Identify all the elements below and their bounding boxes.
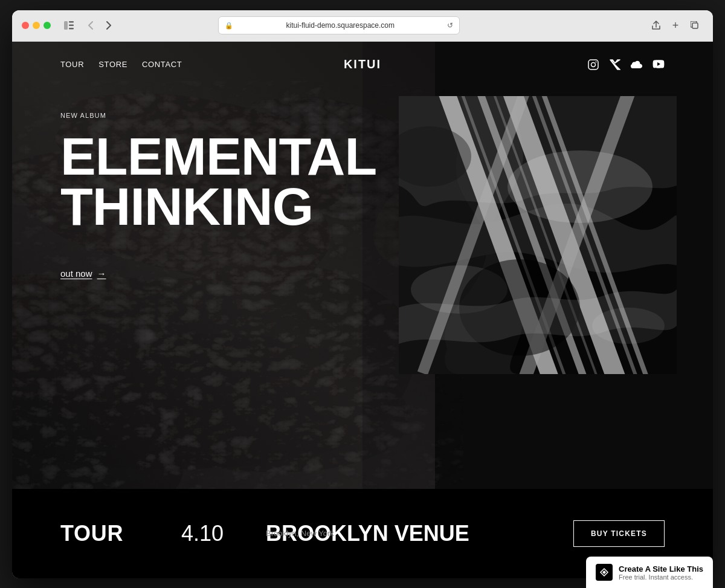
back-button[interactable] [82, 17, 99, 34]
main-nav: TOUR STORE CONTACT KITUI [12, 42, 713, 88]
nav-contact-link[interactable]: CONTACT [142, 60, 182, 69]
browser-chrome: 🔒 kitui-fluid-demo.squarespace.com ↺ + [12, 10, 713, 42]
out-now-text: out now [60, 268, 92, 279]
twitter-icon[interactable] [609, 59, 621, 71]
close-button[interactable] [22, 22, 29, 29]
tour-info: BROOKLYN VENUE Brooklyn, New York [266, 521, 573, 546]
album-cover-art [399, 96, 677, 374]
album-title: ELEMENTAL THINKING [60, 131, 375, 232]
svg-rect-4 [692, 23, 698, 28]
duplicate-button[interactable] [686, 17, 703, 34]
svg-rect-1 [69, 21, 74, 23]
share-button[interactable] [648, 17, 665, 34]
album-cover [399, 96, 677, 374]
arrow-icon: → [97, 268, 106, 279]
squarespace-subtitle: Free trial. Instant access. [619, 573, 703, 581]
soundcloud-icon[interactable] [631, 59, 643, 71]
sidebar-toggle-button[interactable] [60, 17, 77, 34]
out-now-link[interactable]: out now → [60, 268, 106, 279]
browser-window: 🔒 kitui-fluid-demo.squarespace.com ↺ + [12, 10, 713, 578]
minimize-button[interactable] [33, 22, 40, 29]
url-text: kitui-fluid-demo.squarespace.com [237, 21, 443, 30]
youtube-icon[interactable] [652, 59, 665, 71]
squarespace-title: Create A Site Like This [619, 564, 703, 573]
refresh-icon[interactable]: ↺ [447, 21, 453, 30]
buy-tickets-button[interactable]: BUY TICKETS [573, 520, 665, 547]
instagram-icon[interactable] [587, 59, 599, 71]
new-tab-button[interactable]: + [667, 17, 684, 34]
traffic-lights [22, 22, 51, 29]
svg-rect-0 [64, 21, 68, 30]
brand-logo[interactable]: KITUI [344, 57, 381, 71]
svg-rect-3 [69, 28, 74, 30]
svg-point-11 [596, 61, 597, 62]
nav-tour-link[interactable]: TOUR [60, 60, 84, 69]
tour-location: Brooklyn, New York [266, 529, 334, 538]
browser-actions: + [648, 17, 703, 34]
address-bar[interactable]: 🔒 kitui-fluid-demo.squarespace.com ↺ [218, 16, 460, 34]
album-title-line2: THINKING [60, 176, 313, 236]
squarespace-text: Create A Site Like This Free trial. Inst… [619, 564, 703, 581]
svg-rect-9 [588, 60, 598, 69]
nav-store-link[interactable]: STORE [98, 60, 127, 69]
squarespace-banner[interactable]: Create A Site Like This Free trial. Inst… [586, 557, 713, 588]
lock-icon: 🔒 [225, 22, 233, 30]
maximize-button[interactable] [44, 22, 51, 29]
browser-content: TOUR STORE CONTACT KITUI [12, 42, 713, 578]
tour-label: TOUR [60, 521, 181, 546]
hero-section: TOUR STORE CONTACT KITUI [12, 42, 713, 489]
nav-buttons [82, 17, 117, 34]
forward-button[interactable] [100, 17, 117, 34]
nav-right [587, 59, 665, 71]
nav-left: TOUR STORE CONTACT [60, 60, 182, 69]
tour-date: 4.10 [181, 521, 266, 546]
svg-rect-2 [69, 25, 74, 27]
svg-point-10 [591, 62, 596, 66]
squarespace-logo [596, 564, 613, 581]
